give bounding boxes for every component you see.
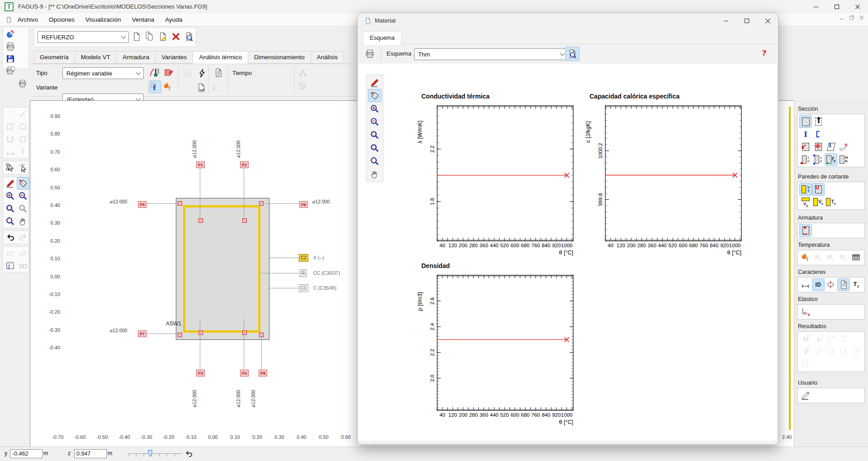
shear-wall-outline[interactable] [183, 205, 260, 333]
section-extrude-icon[interactable] [812, 116, 824, 127]
point-label-p8[interactable]: P8 [259, 370, 267, 376]
edit-pencil-icon[interactable] [368, 76, 381, 89]
strain-stress-2-icon[interactable]: εσ [812, 154, 824, 165]
fire-t-icon[interactable]: T [812, 252, 824, 263]
report-icon[interactable] [212, 67, 224, 79]
zoom-out-icon[interactable] [368, 116, 381, 128]
tab-analisis[interactable]: Análisis [311, 51, 344, 64]
time-chart-icon[interactable] [211, 82, 222, 94]
zoom-window-icon[interactable] [5, 203, 16, 215]
result-shear-2-icon[interactable]: V [812, 346, 824, 358]
section-shear-icon[interactable]: I [825, 141, 837, 153]
menu-ayuda[interactable]: Ayuda [160, 14, 188, 26]
print-schema-button[interactable] [363, 47, 377, 61]
fill-bucket-icon[interactable] [368, 89, 381, 102]
view-3d-icon[interactable]: 3D [17, 260, 29, 272]
rebar-icon[interactable] [800, 225, 811, 236]
draw-u-profile-icon[interactable] [5, 133, 16, 145]
section-origin-icon[interactable] [812, 141, 824, 153]
strain-stress-1-icon[interactable]: εσ [800, 154, 811, 165]
pan-hand-icon[interactable] [17, 216, 29, 227]
esquema-combo[interactable]: Thm [414, 48, 568, 60]
copy-section-icon[interactable] [144, 31, 156, 42]
section-temperature-icon[interactable]: I [149, 81, 161, 93]
far-wall-element[interactable] [789, 107, 791, 430]
zoom-previous-icon[interactable] [17, 203, 29, 215]
draw-line-icon[interactable] [17, 108, 29, 120]
dialog-minimize-button[interactable] [716, 13, 736, 28]
new-section-icon[interactable] [131, 31, 142, 42]
menu-opciones[interactable]: Opciones [43, 14, 80, 26]
draw-dimension-icon[interactable] [5, 146, 16, 158]
plane-edit-icon[interactable] [17, 247, 29, 259]
time-slider-handle[interactable] [147, 450, 153, 457]
zoom-out-icon[interactable] [17, 190, 29, 202]
wall-vy-icon[interactable]: Vy [800, 196, 811, 208]
profile-c-icon[interactable] [812, 128, 824, 140]
result-area-icon[interactable]: A [825, 346, 837, 358]
edit-section-icon[interactable] [157, 31, 169, 42]
yield-strength-icon[interactable]: fy [825, 154, 837, 165]
rebar-point[interactable] [259, 201, 264, 206]
y-coord-field[interactable]: -0.462 [10, 449, 42, 458]
result-delta-2-icon[interactable]: δ [838, 346, 849, 358]
minimize-button[interactable] [806, 0, 826, 14]
zoom-extents-icon[interactable] [5, 216, 16, 227]
open-model-icon[interactable] [5, 28, 16, 40]
profile-i-icon[interactable]: I [800, 128, 811, 140]
point-label-p7[interactable]: P7 [138, 330, 146, 337]
z-coord-field[interactable]: 0.947 [74, 449, 107, 458]
rebar-point[interactable] [198, 218, 203, 223]
menu-ventana[interactable]: Ventana [127, 14, 160, 26]
zoom-previous-icon[interactable] [368, 142, 381, 154]
section-solid-icon[interactable] [800, 116, 811, 127]
tab-geometria[interactable]: Geometría [33, 51, 75, 64]
rebar-point[interactable] [242, 330, 247, 335]
delete-section-icon[interactable] [170, 31, 182, 42]
material-tag-r[interactable]: R [300, 269, 307, 277]
material-tag-c1[interactable]: C1 [299, 284, 308, 292]
draw-polygon-icon[interactable] [17, 121, 29, 132]
print-icon[interactable] [5, 41, 16, 52]
rebar-point[interactable] [178, 333, 182, 337]
point-label-p6[interactable]: P6 [299, 201, 308, 208]
print-preview-icon[interactable] [5, 65, 16, 77]
redo-icon[interactable] [17, 231, 29, 243]
char-id-icon[interactable]: ID [812, 279, 824, 291]
preview-schema-button[interactable] [566, 47, 579, 61]
char-text-icon[interactable]: TT [850, 279, 862, 291]
result-shear-icon[interactable]: V [800, 346, 811, 358]
tab-armadura[interactable]: Armadura [117, 51, 156, 64]
menu-archivo[interactable]: Archivo [12, 14, 43, 26]
zoom-in-icon[interactable] [368, 103, 381, 115]
material-tag-c2[interactable]: C2 [299, 254, 308, 262]
close-button[interactable] [847, 0, 868, 14]
mdi-close-icon[interactable] [859, 15, 864, 22]
print-copy-icon[interactable] [16, 77, 28, 89]
zoom-window-icon[interactable] [368, 129, 381, 141]
wall-u-icon[interactable]: U [812, 183, 824, 195]
export-results-icon[interactable] [195, 82, 207, 94]
save-icon[interactable] [5, 53, 16, 65]
pan-hand-icon[interactable] [368, 168, 381, 180]
char-section-icon[interactable] [825, 279, 837, 291]
rebar-point[interactable] [198, 330, 203, 335]
thermal-curve-icon[interactable] [149, 66, 161, 78]
validate-icon[interactable] [182, 67, 193, 79]
wall-tx-icon[interactable]: Tx [825, 196, 837, 208]
axial-force-icon[interactable]: NK [838, 154, 849, 165]
wall-vz-icon[interactable]: Vz [812, 196, 824, 208]
point-label-p2[interactable]: P2 [240, 161, 249, 168]
result-delta-4-icon[interactable]: δ [800, 358, 811, 370]
tab-analisis-termico[interactable]: Análisis térmico [193, 51, 248, 64]
draw-circle-icon[interactable] [17, 133, 29, 145]
fire-strain-icon[interactable]: ε [825, 252, 837, 263]
point-label-p3[interactable]: P3 [196, 370, 205, 376]
result-strain-icon[interactable]: ε [812, 333, 824, 345]
draw-rectangle-icon[interactable] [5, 121, 16, 132]
dialog-close-button[interactable] [757, 13, 778, 28]
draw-text-icon[interactable]: T [17, 146, 29, 158]
section-strip-icon[interactable] [838, 141, 849, 153]
rebar-point[interactable] [178, 201, 182, 206]
tab-dimensionamiento[interactable]: Dimensionamiento [248, 51, 311, 64]
